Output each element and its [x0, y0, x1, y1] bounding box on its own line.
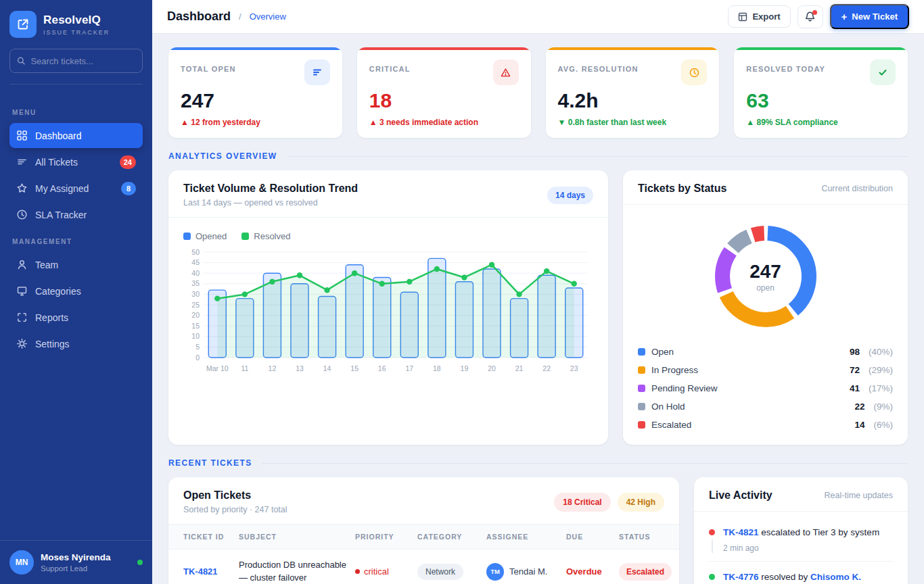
- recent-section-label: RECENT TICKETS: [168, 458, 252, 468]
- activity-dot: [709, 529, 715, 535]
- legend-label: On Hold: [651, 402, 685, 412]
- search-box[interactable]: [9, 49, 143, 73]
- svg-text:21: 21: [515, 364, 524, 372]
- svg-text:15: 15: [350, 364, 359, 372]
- sidebar-item-label: Reports: [35, 312, 136, 323]
- swatch-pending-review: [638, 385, 645, 392]
- export-button[interactable]: Export: [728, 5, 790, 28]
- brand: ResolveIQ ISSUE TRACKER: [9, 11, 143, 38]
- legend-label: Pending Review: [651, 383, 718, 393]
- resolved-swatch: [241, 233, 249, 240]
- range-selector-badge[interactable]: 14 days: [547, 187, 593, 204]
- sidebar-item-label: Settings: [35, 339, 136, 349]
- trend-chart-subtitle: Last 14 days — opened vs resolved: [183, 198, 358, 208]
- legend-resolved-label: Resolved: [254, 231, 290, 241]
- activity-time: 2 min ago: [723, 543, 879, 553]
- legend-row-in-progress: In Progress 72 (29%): [638, 361, 893, 379]
- stat-delta: ▲ 3 needs immediate action: [369, 118, 519, 127]
- ticket-subject: Production DB unreachable — cluster fail…: [239, 559, 348, 584]
- sidebar-item-my-assigned[interactable]: My Assigned 8: [9, 176, 143, 201]
- stat-delta: ▲ 12 from yesterday: [181, 118, 330, 127]
- svg-text:22: 22: [542, 364, 551, 372]
- activity-actor-link[interactable]: Chisomo K.: [810, 572, 861, 582]
- clock-icon: [681, 59, 707, 85]
- status-badge: Escalated: [619, 563, 672, 581]
- col-ticket-id[interactable]: TICKET ID: [183, 533, 232, 541]
- export-label: Export: [752, 11, 780, 22]
- monitor-icon: [16, 285, 28, 297]
- assignee-avatar: TM: [486, 563, 504, 581]
- sidebar-item-label: Team: [35, 260, 136, 270]
- card-accent: [734, 47, 908, 50]
- stat-value: 247: [181, 89, 330, 112]
- stat-value: 18: [369, 89, 519, 112]
- search-input[interactable]: [30, 56, 135, 66]
- sidebar-item-label: Categories: [35, 286, 136, 297]
- col-assignee[interactable]: ASSIGNEE: [486, 533, 559, 541]
- settings-icon: [16, 338, 28, 349]
- col-subject[interactable]: SUBJECT: [239, 533, 348, 541]
- svg-text:15: 15: [191, 322, 200, 330]
- new-ticket-label: New Ticket: [852, 11, 898, 22]
- status-legend: Open 98 (40%) In Progress 72 (29%): [623, 340, 908, 445]
- app-logo-icon: [9, 11, 37, 38]
- legend-row-escalated: Escalated 14 (6%): [638, 416, 893, 434]
- sidebar-item-categories[interactable]: Categories: [9, 278, 143, 303]
- critical-filter-chip[interactable]: 18 Critical: [554, 493, 610, 512]
- open-tickets-card: Open Tickets Sorted by priority · 247 to…: [168, 477, 679, 584]
- stat-card-avg-resolution: AVG. RESOLUTION 4.2h ▼ 0.8h faster than …: [546, 47, 720, 138]
- breadcrumb-overview-link[interactable]: Overview: [250, 11, 286, 22]
- col-category[interactable]: CATEGORY: [417, 533, 480, 541]
- sidebar-item-settings[interactable]: Settings: [9, 331, 143, 356]
- col-priority[interactable]: PRIORITY: [355, 533, 411, 541]
- user-profile[interactable]: MN Moses Nyirenda Support Lead: [0, 540, 152, 584]
- legend-value: 14: [854, 420, 864, 430]
- stat-delta: ▼ 0.8h faster than last week: [558, 118, 708, 127]
- legend-pct: (40%): [869, 347, 893, 357]
- svg-text:0: 0: [195, 354, 200, 362]
- menu-section-label: MENU: [12, 109, 140, 116]
- sidebar-item-all-tickets[interactable]: All Tickets 24: [9, 149, 143, 174]
- activity-ticket-link[interactable]: TK-4821: [723, 527, 759, 537]
- notifications-button[interactable]: [798, 5, 823, 28]
- sidebar-item-label: SLA Tracker: [35, 210, 136, 220]
- activity-item: TK-4821 escalated to Tier 3 by system 2 …: [709, 517, 893, 562]
- check-icon: [870, 59, 896, 85]
- col-status[interactable]: STATUS: [619, 533, 678, 541]
- table-row[interactable]: TK-4821 Production DB unreachable — clus…: [168, 550, 679, 584]
- sidebar-item-sla-tracker[interactable]: SLA Tracker: [9, 202, 143, 227]
- sidebar-item-label: All Tickets: [35, 157, 112, 168]
- svg-text:17: 17: [405, 364, 413, 372]
- high-filter-chip[interactable]: 42 High: [618, 493, 664, 512]
- stat-card-total-open: TOTAL OPEN 247 ▲ 12 from yesterday: [168, 47, 342, 138]
- search-icon: [17, 56, 25, 66]
- svg-text:5: 5: [195, 343, 200, 351]
- svg-text:50: 50: [191, 248, 200, 256]
- main-content: TOTAL OPEN 247 ▲ 12 from yesterday CRITI…: [152, 34, 924, 584]
- sidebar-nav: MENU Dashboard All Tickets 24 My: [0, 94, 152, 358]
- stat-value: 63: [746, 89, 896, 112]
- ticket-id-link[interactable]: TK-4821: [183, 566, 232, 577]
- sidebar-item-reports[interactable]: Reports: [9, 305, 143, 330]
- live-activity-subtitle: Real-time updates: [825, 491, 893, 500]
- star-icon: [16, 182, 28, 194]
- sidebar-item-team[interactable]: Team: [9, 252, 143, 277]
- stat-value: 4.2h: [558, 89, 708, 112]
- activity-message: resolved by: [761, 572, 808, 582]
- svg-text:20: 20: [191, 311, 200, 319]
- svg-text:35: 35: [191, 279, 200, 287]
- stats-row: TOTAL OPEN 247 ▲ 12 from yesterday CRITI…: [168, 47, 908, 138]
- stat-label: RESOLVED TODAY: [746, 65, 825, 73]
- ticket-assignee: TM Tendai M.: [486, 563, 559, 581]
- user-name: Moses Nyirenda: [41, 552, 111, 562]
- col-due[interactable]: DUE: [566, 533, 612, 541]
- tickets-table-header: TICKET ID SUBJECT PRIORITY CATEGORY ASSI…: [168, 525, 679, 550]
- activity-ticket-link[interactable]: TK-4776: [723, 572, 759, 582]
- category-pill: Network: [417, 564, 463, 580]
- new-ticket-button[interactable]: + New Ticket: [830, 4, 909, 29]
- priority-dot: [355, 569, 360, 574]
- swatch-open: [638, 348, 645, 356]
- app-name: ResolveIQ: [43, 14, 110, 27]
- sidebar-item-dashboard[interactable]: Dashboard: [9, 123, 143, 148]
- legend-value: 22: [854, 402, 864, 412]
